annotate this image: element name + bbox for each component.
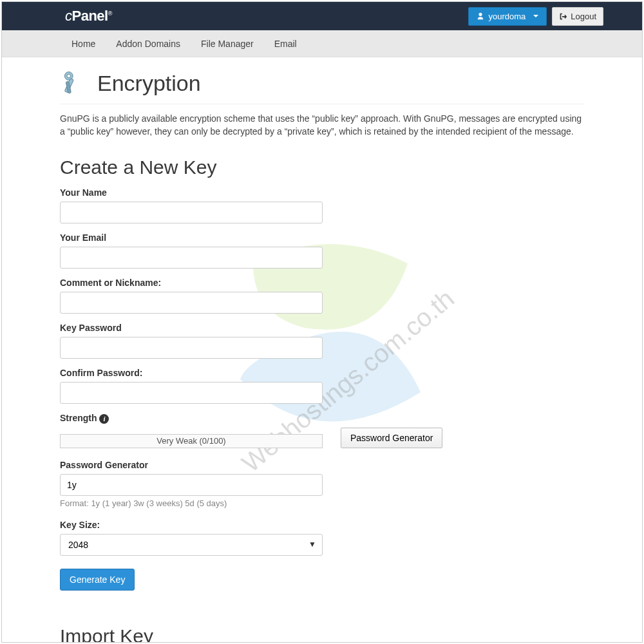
comment-input[interactable]	[60, 292, 323, 314]
your-email-label: Your Email	[60, 232, 584, 243]
key-size-select[interactable]: 2048	[60, 534, 323, 556]
logout-label: Logout	[571, 12, 596, 21]
intro-text: GnuPG is a publicly available encryption…	[60, 112, 584, 138]
format-hint: Format: 1y (1 year) 3w (3 weeks) 5d (5 d…	[60, 498, 584, 508]
password-generator-label: Password Generator	[60, 460, 584, 470]
your-name-input[interactable]	[60, 202, 323, 223]
user-dropdown[interactable]: yourdoma	[468, 7, 547, 26]
generate-key-button[interactable]: Generate Key	[60, 569, 135, 591]
strength-meter: Very Weak (0/100)	[60, 434, 323, 448]
create-key-title: Create a New Key	[60, 156, 584, 178]
your-name-label: Your Name	[60, 187, 584, 198]
caret-icon	[533, 15, 538, 17]
key-password-label: Key Password	[60, 323, 584, 333]
your-email-input[interactable]	[60, 247, 323, 269]
logo-text: cPanel®	[65, 8, 112, 24]
comment-label: Comment or Nickname:	[60, 278, 584, 288]
password-generator-button[interactable]: Password Generator	[341, 428, 442, 448]
key-size-label: Key Size:	[60, 520, 584, 530]
nav-file-manager[interactable]: File Manager	[191, 32, 264, 56]
nav-home[interactable]: Home	[61, 32, 106, 56]
topbar: cPanel® yourdoma Logout	[2, 2, 642, 30]
page-header: Encryption	[60, 69, 584, 104]
logo[interactable]: cPanel®	[65, 8, 112, 24]
encryption-key-icon	[60, 69, 88, 97]
confirm-password-label: Confirm Password:	[60, 368, 584, 378]
user-icon	[477, 12, 484, 20]
confirm-password-input[interactable]	[60, 382, 323, 404]
password-generator-input[interactable]	[60, 474, 323, 496]
page-title: Encryption	[97, 71, 201, 96]
logout-button[interactable]: Logout	[552, 7, 603, 26]
nav-email[interactable]: Email	[264, 32, 307, 56]
info-icon[interactable]: i	[99, 414, 109, 424]
key-password-input[interactable]	[60, 337, 323, 359]
import-key-title: Import Key	[60, 625, 584, 643]
navbar: Home Addon Domains File Manager Email	[2, 30, 642, 57]
username: yourdoma	[488, 12, 526, 21]
strength-label: Strength i	[60, 413, 584, 424]
logout-icon	[559, 12, 567, 21]
nav-addon-domains[interactable]: Addon Domains	[106, 32, 191, 56]
svg-point-1	[67, 74, 71, 78]
